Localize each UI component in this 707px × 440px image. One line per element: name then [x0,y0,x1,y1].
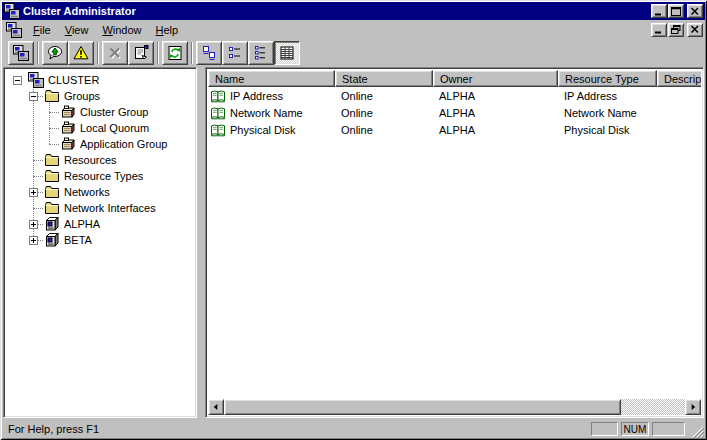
tree-guide-stub [49,128,59,129]
properties-button[interactable] [128,41,154,65]
tree-item-label: Application Group [78,137,169,151]
cell-resource-type: Network Name [558,105,657,121]
folder-icon [44,152,60,168]
tree-expander-plus-icon[interactable] [29,220,38,229]
tree-item-label: CLUSTER [46,73,101,87]
cluster-tree-panel: CLUSTERGroupsCluster GroupLocal QuorumAp… [3,67,197,418]
folder-icon [44,88,60,104]
tree-guide-stub [33,160,43,161]
tree-item-label: BETA [62,233,94,247]
node-icon [44,232,60,248]
toolbar-separator [37,42,39,64]
column-header-description[interactable]: Description [657,70,701,87]
tree-guide-stub [49,144,59,145]
list-view-button[interactable] [248,41,274,65]
tree-item-label: ALPHA [62,217,102,231]
resize-grip[interactable] [691,425,704,438]
tree-expander-minus-icon[interactable] [29,92,38,101]
large-icons-button[interactable] [196,41,222,65]
toolbar-separator [97,42,99,64]
small-icons-icon [227,45,243,61]
cluster-icon [6,22,22,38]
cell-state: Online [335,122,433,138]
scroll-left-button[interactable] [208,399,224,415]
cluster-icon [28,72,44,88]
take-offline-button[interactable] [68,41,94,65]
properties-icon [133,45,149,61]
cell-owner: ALPHA [433,88,558,104]
mdi-close-button[interactable] [687,23,703,37]
details-view-button[interactable] [274,41,300,65]
tree-item-label: Local Quorum [78,121,151,135]
tree-item-resources[interactable]: Resources [6,152,194,168]
tree-item-application-group[interactable]: Application Group [6,136,194,152]
tree-item-label: Networks [62,185,112,199]
column-header-state[interactable]: State [335,70,433,87]
node-icon [44,216,60,232]
cluster-icon [13,45,29,61]
cell-owner: ALPHA [433,105,558,121]
title-bar[interactable]: Cluster Administrator [2,2,705,20]
minimize-button[interactable] [651,4,667,18]
tree-item-groups[interactable]: Groups [6,88,194,104]
scrollbar-thumb[interactable] [224,399,621,415]
close-button[interactable] [687,4,703,18]
toolbar-separator [157,42,159,64]
folder-icon [44,200,60,216]
tree-item-label: Resources [62,153,119,167]
menu-window[interactable]: Window [95,22,148,38]
group-icon [60,104,76,120]
table-row-network-name[interactable]: Network NameOnlineALPHANetwork Name [208,104,701,121]
open-connection-button[interactable] [8,41,34,65]
scroll-right-button[interactable] [685,399,701,415]
mdi-restore-button[interactable] [668,23,684,37]
column-header-name[interactable]: Name [208,70,335,87]
column-header-resource-type[interactable]: Resource Type [558,70,657,87]
tree-item-label: Cluster Group [78,105,150,119]
panel-splitter[interactable] [197,67,205,418]
resource-icon [210,122,226,138]
scrollbar-track[interactable] [621,399,685,415]
cell-resource-type: IP Address [558,88,657,104]
tree-item-beta[interactable]: BETA [6,232,194,248]
status-bar: For Help, press F1 NUM [2,420,705,438]
bring-online-button[interactable] [42,41,68,65]
maximize-button[interactable] [668,4,684,18]
tree-item-alpha[interactable]: ALPHA [6,216,194,232]
table-row-physical-disk[interactable]: Physical DiskOnlineALPHAPhysical Disk [208,121,701,138]
toolbar [2,39,705,66]
tree-expander-minus-icon[interactable] [13,76,22,85]
tree-item-networks[interactable]: Networks [6,184,194,200]
menu-view[interactable]: View [58,22,96,38]
cluster-tree: CLUSTERGroupsCluster GroupLocal QuorumAp… [6,70,194,415]
resource-name-label: IP Address [230,88,283,104]
delete-icon [107,45,123,61]
cell-name: Physical Disk [208,122,335,138]
toolbar-separator [191,42,193,64]
cell-owner: ALPHA [433,122,558,138]
tree-item-cluster[interactable]: CLUSTER [6,72,194,88]
tree-expander-plus-icon[interactable] [29,188,38,197]
tree-expander-plus-icon[interactable] [29,236,38,245]
menu-bar: FileViewWindowHelp [2,20,705,39]
small-icons-button[interactable] [222,41,248,65]
menu-file[interactable]: File [26,22,58,38]
tree-item-label: Network Interfaces [62,201,158,215]
column-header-owner[interactable]: Owner [433,70,558,87]
refresh-button[interactable] [162,41,188,65]
menu-help[interactable]: Help [149,22,186,38]
horizontal-scrollbar[interactable] [208,399,701,415]
tree-guide-stub [49,112,59,113]
tree-guide-stub [33,176,43,177]
tree-item-resource-types[interactable]: Resource Types [6,168,194,184]
mdi-minimize-button[interactable] [651,23,667,37]
tree-item-network-interfaces[interactable]: Network Interfaces [6,200,194,216]
large-icons-icon [201,45,217,61]
tree-item-label: Groups [62,89,102,103]
tree-item-cluster-group[interactable]: Cluster Group [6,104,194,120]
tree-item-local-quorum[interactable]: Local Quorum [6,120,194,136]
group-icon [60,136,76,152]
table-row-ip-address[interactable]: IP AddressOnlineALPHAIP Address [208,87,701,104]
resource-list-panel: NameStateOwnerResource TypeDescription I… [205,67,704,418]
cell-state: Online [335,88,433,104]
